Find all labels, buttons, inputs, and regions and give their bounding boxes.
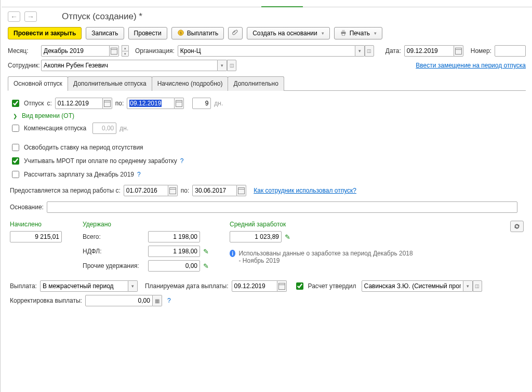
- month-label: Месяц:: [8, 47, 38, 55]
- free-position-checkbox[interactable]: Освободить ставку на период отсутствия: [10, 142, 143, 153]
- approver-open-button[interactable]: ◫: [473, 280, 482, 292]
- ndfl-edit-icon[interactable]: ✎: [203, 248, 209, 255]
- calendar-icon: [238, 187, 245, 194]
- other-edit-icon[interactable]: ✎: [203, 262, 209, 270]
- days-field[interactable]: [192, 98, 211, 109]
- save-button[interactable]: Записать: [86, 27, 124, 39]
- mrot-help-icon[interactable]: ?: [180, 157, 184, 165]
- mrot-checkbox[interactable]: Учитывать МРОТ при оплате по среднему за…: [10, 156, 177, 166]
- vacation-checkbox-label: Отпуск: [24, 100, 44, 107]
- chevron-right-icon: ❯: [13, 113, 17, 119]
- refresh-button[interactable]: [510, 221, 524, 232]
- org-dropdown-button[interactable]: ▾: [355, 45, 365, 57]
- days-label: дн.: [214, 100, 223, 107]
- vacation-usage-link[interactable]: Как сотрудник использовал отпуск?: [254, 187, 356, 194]
- nav-back-button[interactable]: ←: [8, 11, 20, 22]
- org-open-button[interactable]: ◫: [365, 45, 374, 57]
- date-to-value: 09.12.2019: [129, 100, 162, 107]
- date-from-field[interactable]: [55, 98, 103, 109]
- approved-label: Расчет утвердил: [308, 282, 356, 290]
- approver-dropdown-button[interactable]: ▾: [463, 280, 473, 292]
- calc-help-icon[interactable]: ?: [137, 171, 141, 178]
- svg-rect-3: [342, 30, 344, 32]
- paperclip-icon: [232, 29, 239, 38]
- planned-date-label: Планируемая дата выплаты:: [145, 282, 229, 290]
- nav-forward-button[interactable]: →: [24, 11, 37, 22]
- calc-salary-checkbox[interactable]: Рассчитать зарплату за Декабрь 2019: [10, 169, 134, 180]
- calendar-icon: [176, 100, 182, 107]
- employee-open-button[interactable]: ◫: [227, 60, 236, 71]
- date-to-calendar-button[interactable]: [175, 98, 184, 109]
- other-deductions-field[interactable]: [148, 260, 200, 272]
- basis-field[interactable]: [47, 201, 517, 213]
- mrot-label: Учитывать МРОТ при оплате по среднему за…: [24, 157, 177, 165]
- correction-calc-button[interactable]: ▦: [153, 295, 162, 306]
- total-deducted-field[interactable]: [148, 231, 200, 242]
- calendar-icon: [104, 100, 111, 107]
- period-from-field[interactable]: [124, 185, 168, 196]
- month-field[interactable]: [41, 45, 110, 57]
- other-deductions-label: Прочие удержания:: [83, 262, 145, 269]
- ndfl-label: НДФЛ:: [83, 248, 145, 255]
- approved-checkbox[interactable]: Расчет утвердил: [294, 281, 356, 291]
- compensation-checkbox[interactable]: Компенсация отпуска: [10, 123, 86, 133]
- period-to-field[interactable]: [192, 185, 237, 196]
- date-label: Дата:: [385, 47, 401, 55]
- employee-field[interactable]: [41, 60, 218, 71]
- correction-help-icon[interactable]: ?: [167, 297, 171, 304]
- page-title: Отпуск (создание) *: [62, 11, 142, 22]
- tab-additional[interactable]: Дополнительно: [228, 76, 284, 91]
- time-type-link[interactable]: Вид времени (ОТ): [22, 112, 74, 119]
- deducted-header: Удержано: [83, 221, 209, 228]
- tab-accrued-details[interactable]: Начислено (подробно): [152, 76, 229, 91]
- payout-type-field[interactable]: [40, 280, 128, 292]
- tab-main-vacation[interactable]: Основной отпуск: [8, 76, 68, 91]
- accrued-header: Начислено: [10, 221, 62, 228]
- vacation-checkbox[interactable]: Отпуск: [10, 98, 44, 109]
- svg-rect-4: [342, 33, 344, 35]
- month-calendar-button[interactable]: [110, 45, 119, 57]
- approver-field[interactable]: [362, 280, 463, 292]
- avg-edit-icon[interactable]: ✎: [285, 233, 290, 241]
- work-period-label: Предоставляется за период работы с:: [10, 187, 121, 194]
- correction-field[interactable]: [85, 295, 153, 306]
- calendar-icon: [278, 283, 285, 290]
- month-spinner[interactable]: ▴▾: [122, 45, 129, 57]
- total-deducted-label: Всего:: [83, 233, 145, 240]
- ndfl-field[interactable]: [148, 246, 200, 257]
- org-field[interactable]: [178, 45, 355, 57]
- window-tabs-strip: [2, 0, 532, 7]
- substitution-link[interactable]: Ввести замещение на период отпуска: [416, 62, 526, 69]
- planned-date-calendar-button[interactable]: [277, 280, 287, 292]
- tab-additional-vacation[interactable]: Дополнительные отпуска: [68, 76, 152, 91]
- create-based-on-button[interactable]: Создать на основании: [247, 27, 330, 39]
- payout-type-dropdown[interactable]: ▾: [128, 280, 138, 292]
- calendar-icon: [455, 48, 462, 55]
- avg-earning-field[interactable]: [230, 231, 282, 242]
- free-position-label: Освободить ставку на период отсутствия: [24, 144, 143, 151]
- post-button[interactable]: Провести: [128, 27, 167, 39]
- date-from-calendar-button[interactable]: [103, 98, 112, 109]
- org-label: Организация:: [135, 47, 175, 55]
- correction-label: Корректировка выплаты:: [10, 297, 82, 304]
- calc-salary-label: Рассчитать зарплату за Декабрь 2019: [24, 171, 134, 178]
- date-to-field[interactable]: 09.12.2019: [127, 98, 175, 109]
- number-label: Номер:: [471, 47, 491, 55]
- accrued-value-field[interactable]: [10, 231, 62, 242]
- employee-dropdown-button[interactable]: ▾: [218, 60, 227, 71]
- compensation-days-label: дн.: [119, 125, 128, 132]
- pay-label: Выплатить: [187, 30, 219, 37]
- pay-button[interactable]: $ Выплатить: [171, 27, 224, 39]
- attach-button[interactable]: [228, 27, 243, 39]
- number-field[interactable]: [495, 45, 526, 57]
- date-calendar-button[interactable]: [454, 45, 463, 57]
- employee-label: Сотрудник:: [8, 62, 38, 69]
- print-button[interactable]: Печать: [334, 27, 382, 39]
- info-icon: i: [230, 250, 235, 257]
- post-and-close-button[interactable]: Провести и закрыть: [8, 27, 82, 39]
- compensation-days-field[interactable]: [92, 123, 116, 134]
- planned-date-field[interactable]: [232, 280, 277, 292]
- date-field[interactable]: [404, 45, 454, 57]
- period-to-calendar-button[interactable]: [237, 185, 246, 196]
- period-from-calendar-button[interactable]: [168, 185, 178, 196]
